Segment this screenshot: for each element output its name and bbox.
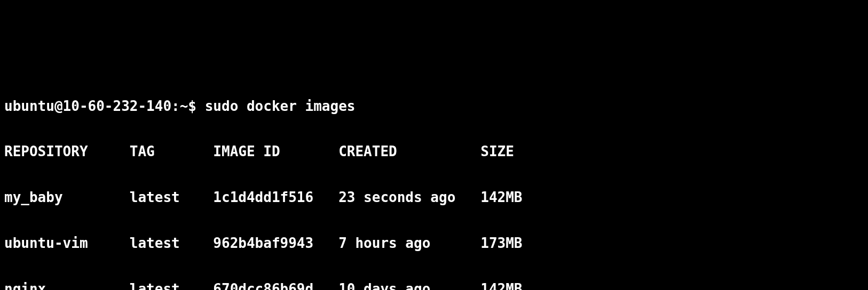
command: sudo docker images bbox=[205, 98, 356, 114]
table-header: REPOSITORY TAG IMAGE ID CREATED SIZE bbox=[4, 140, 864, 163]
table-row: ubuntu-vim latest 962b4baf9943 7 hours a… bbox=[4, 232, 864, 255]
table-row: my_baby latest 1c1d4dd1f516 23 seconds a… bbox=[4, 186, 864, 209]
terminal-line[interactable]: ubuntu@10-60-232-140:~$ sudo docker imag… bbox=[4, 95, 864, 118]
table-row: nginx latest 670dcc86b69d 10 days ago 14… bbox=[4, 278, 864, 290]
prompt: ubuntu@10-60-232-140:~$ bbox=[4, 98, 205, 114]
